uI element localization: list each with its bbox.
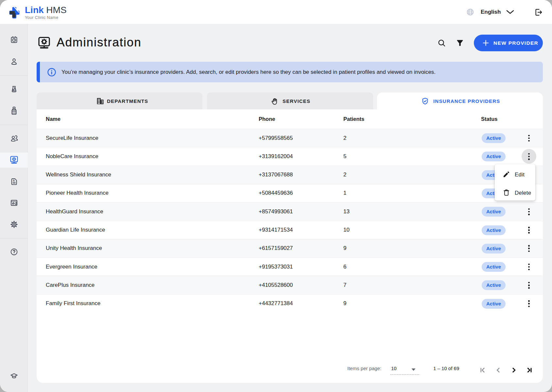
svg-text:$: $ bbox=[13, 179, 15, 182]
